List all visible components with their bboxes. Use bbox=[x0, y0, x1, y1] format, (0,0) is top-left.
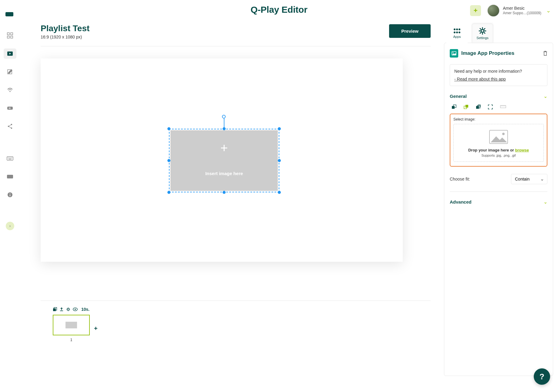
send-to-back-icon[interactable] bbox=[476, 105, 481, 109]
tab-settings-label: Settings bbox=[476, 36, 489, 40]
wifi-icon[interactable] bbox=[4, 85, 16, 95]
resize-handle-bl[interactable] bbox=[167, 191, 170, 194]
gear-icon[interactable] bbox=[66, 307, 70, 311]
edit-icon[interactable] bbox=[4, 67, 16, 77]
svg-point-46 bbox=[502, 133, 505, 135]
chevron-down-icon: ⌄ bbox=[546, 7, 551, 14]
app-title: Q-Play Editor bbox=[250, 5, 307, 15]
dropzone-text: Drop your image here or bbox=[468, 148, 515, 152]
share-icon[interactable] bbox=[4, 121, 16, 131]
help-question: Need any help or more information? bbox=[454, 69, 543, 74]
sidebar-collapse-button[interactable]: › bbox=[6, 222, 14, 230]
svg-rect-16 bbox=[12, 158, 12, 158]
svg-point-30 bbox=[454, 32, 455, 33]
resize-handle-br[interactable] bbox=[278, 191, 281, 194]
svg-point-33 bbox=[481, 30, 484, 32]
image-placeholder-icon bbox=[489, 130, 508, 144]
svg-rect-13 bbox=[8, 158, 8, 158]
dropzone-subtext: Supports .jpg, .png, .gif bbox=[457, 154, 540, 157]
chevron-down-icon: ⌄ bbox=[543, 93, 547, 99]
svg-point-36 bbox=[453, 52, 454, 53]
keyboard-icon[interactable] bbox=[4, 153, 16, 164]
svg-point-31 bbox=[456, 32, 458, 33]
insert-image-label: Insert image here bbox=[170, 171, 278, 176]
insert-plus-icon: + bbox=[170, 142, 278, 154]
svg-rect-12 bbox=[7, 157, 13, 160]
svg-point-32 bbox=[459, 32, 460, 33]
svg-point-11 bbox=[11, 128, 12, 129]
playlist-title: Playlist Test bbox=[41, 24, 89, 33]
help-box: Need any help or more information? - Rea… bbox=[450, 64, 547, 86]
swap-icon[interactable] bbox=[4, 103, 16, 113]
preview-button[interactable]: Preview bbox=[389, 24, 431, 38]
svg-point-7 bbox=[9, 91, 11, 92]
send-backward-icon[interactable] bbox=[452, 105, 456, 109]
thumb-placeholder-icon bbox=[66, 322, 77, 328]
gear-icon bbox=[479, 27, 486, 35]
media-icon[interactable] bbox=[4, 48, 16, 59]
image-app-placeholder[interactable]: + Insert image here bbox=[170, 130, 278, 191]
main-area: Playlist Test 16:9 (1920 x 1080 px) Prev… bbox=[41, 24, 431, 389]
svg-rect-22 bbox=[53, 308, 56, 311]
fullscreen-icon[interactable] bbox=[488, 105, 493, 109]
image-dropzone[interactable]: Drop your image here or browse Supports … bbox=[453, 124, 544, 162]
svg-point-27 bbox=[454, 28, 455, 30]
slide-duration: 10s. bbox=[81, 307, 89, 312]
dimensions-icon[interactable] bbox=[500, 105, 506, 109]
help-fab[interactable]: ? bbox=[534, 368, 550, 385]
svg-rect-2 bbox=[7, 36, 9, 38]
section-advanced-title: Advanced bbox=[450, 199, 472, 204]
user-menu[interactable]: Amer Besic Amer Suppo…(100009) ⌄ bbox=[487, 4, 551, 17]
properties-title: Image App Properties bbox=[461, 50, 540, 56]
svg-point-10 bbox=[11, 124, 12, 125]
resize-handle-tl[interactable] bbox=[167, 127, 170, 130]
bring-forward-icon[interactable] bbox=[464, 105, 469, 109]
avatar bbox=[487, 4, 500, 17]
layer-icon[interactable] bbox=[53, 307, 57, 311]
resize-handle-mr[interactable] bbox=[278, 159, 281, 162]
help-link[interactable]: - Read more about this app bbox=[454, 77, 543, 81]
resize-handle-tr[interactable] bbox=[278, 127, 281, 130]
upload-icon[interactable] bbox=[59, 307, 64, 311]
dashboard-icon[interactable] bbox=[4, 30, 16, 41]
timeline: 10s. 1 + bbox=[41, 301, 431, 351]
slide-canvas[interactable]: + Insert image here bbox=[41, 58, 403, 262]
select-image-section: Select image: Drop your image here or br… bbox=[450, 114, 547, 167]
right-panel: Apps Settings Image App Properties Need … bbox=[444, 24, 553, 383]
apps-grid-icon bbox=[453, 28, 461, 34]
user-sub: Amer Suppo…(100009) bbox=[503, 11, 541, 15]
svg-point-26 bbox=[75, 309, 76, 310]
svg-rect-0 bbox=[7, 33, 9, 35]
timeline-slide-thumb[interactable] bbox=[53, 315, 90, 335]
brand-logo bbox=[5, 12, 13, 16]
delete-app-button[interactable] bbox=[543, 51, 547, 56]
section-general-toggle[interactable]: General ⌄ bbox=[450, 93, 547, 99]
svg-point-28 bbox=[456, 28, 458, 30]
top-bar: Q-Play Editor + Amer Besic Amer Suppo…(1… bbox=[0, 0, 558, 19]
add-slide-button[interactable]: + bbox=[94, 325, 98, 332]
image-app-icon bbox=[450, 49, 458, 58]
svg-rect-17 bbox=[8, 159, 12, 159]
tab-settings[interactable]: Settings bbox=[472, 24, 493, 43]
svg-rect-3 bbox=[11, 36, 13, 38]
rotate-handle[interactable] bbox=[222, 115, 226, 118]
fit-label: Choose fit: bbox=[450, 177, 470, 181]
eye-icon[interactable] bbox=[73, 307, 78, 311]
card-icon[interactable] bbox=[4, 171, 16, 182]
svg-point-24 bbox=[67, 308, 69, 310]
svg-rect-15 bbox=[10, 158, 11, 158]
tab-apps[interactable]: Apps bbox=[446, 24, 468, 43]
resize-handle-ml[interactable] bbox=[167, 159, 170, 162]
info-icon[interactable] bbox=[4, 190, 16, 200]
svg-rect-21 bbox=[10, 194, 10, 196]
svg-rect-18 bbox=[7, 175, 13, 178]
add-button[interactable]: + bbox=[470, 5, 481, 16]
resize-handle-bm[interactable] bbox=[223, 191, 226, 194]
section-advanced-toggle[interactable]: Advanced ⌄ bbox=[450, 199, 547, 205]
rotate-handle-line bbox=[224, 118, 224, 128]
browse-link[interactable]: browse bbox=[515, 148, 529, 152]
svg-point-9 bbox=[8, 126, 9, 127]
section-general-title: General bbox=[450, 94, 467, 99]
tab-apps-label: Apps bbox=[453, 35, 461, 38]
fit-select[interactable]: Contain bbox=[511, 174, 547, 184]
